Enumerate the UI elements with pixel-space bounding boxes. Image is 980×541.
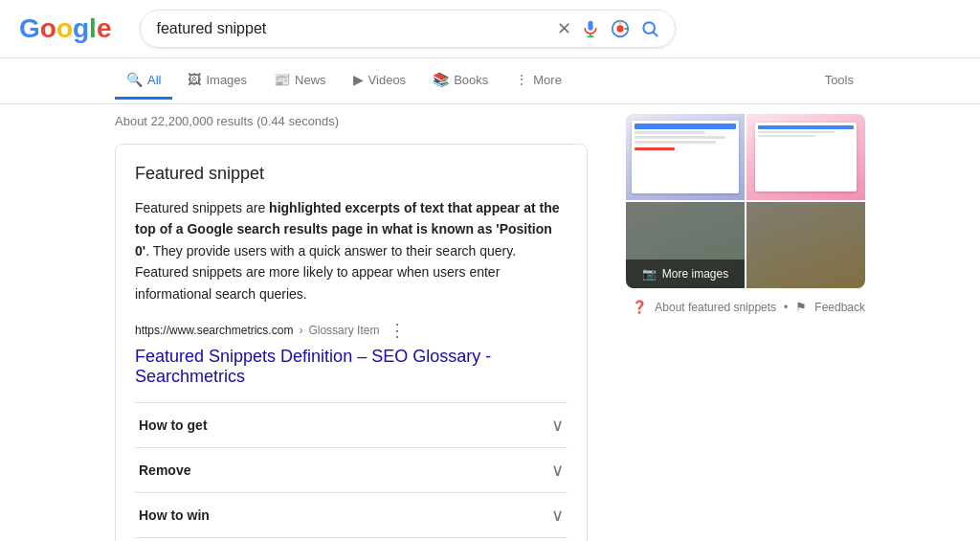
image-screen-mock-2 — [755, 123, 856, 192]
tab-images[interactable]: 🖼 Images — [176, 62, 258, 100]
source-url: https://www.searchmetrics.com — [135, 324, 293, 337]
featured-text-end: . They provide users with a quick answer… — [135, 243, 516, 302]
accordion-label-how-to-win: How to win — [139, 507, 210, 523]
image-mock-4 — [746, 202, 865, 288]
image-3[interactable]: 📷 More images — [626, 202, 745, 288]
chevron-down-icon: ∨ — [551, 415, 564, 436]
more-images-text: More images — [662, 267, 728, 281]
help-icon: ❓ — [632, 300, 647, 314]
images-wrapper: 📷 More images — [626, 114, 865, 288]
tab-videos[interactable]: ▶ Videos — [342, 62, 418, 100]
dot-separator: • — [784, 301, 788, 314]
feedback-area: ❓ About featured snippets • ⚑ Feedback — [626, 300, 865, 314]
accordion-label-how-to-get: How to get — [139, 417, 208, 433]
accordion-header-how-to-get[interactable]: How to get ∨ — [135, 403, 568, 447]
google-logo: Google — [19, 13, 111, 44]
results-info: About 22,200,000 results (0.44 seconds) — [115, 114, 588, 128]
featured-snippet-text: Featured snippets are highlighted excerp… — [135, 197, 568, 304]
top-images — [626, 114, 865, 200]
more-options-icon[interactable]: ⋮ — [389, 320, 406, 341]
header: Google featured snippet ✕ — [0, 0, 980, 58]
tools-label: Tools — [825, 73, 854, 87]
logo-text: Google — [19, 13, 111, 44]
search-icon — [640, 19, 659, 38]
tab-all-label: All — [147, 73, 161, 87]
microphone-button[interactable] — [581, 19, 600, 38]
close-icon: ✕ — [557, 18, 571, 39]
featured-snippet-title: Featured snippet — [135, 164, 568, 184]
mock-line — [635, 131, 705, 134]
svg-line-6 — [654, 33, 657, 36]
image-2[interactable] — [746, 114, 865, 200]
search-input[interactable]: featured snippet — [156, 20, 547, 37]
featured-snippet-box: Featured snippet Featured snippets are h… — [115, 144, 588, 541]
svg-point-4 — [617, 25, 624, 32]
accordion-header-how-to-win[interactable]: How to win ∨ — [135, 493, 568, 537]
search-bar: featured snippet ✕ — [140, 10, 676, 48]
search-button[interactable] — [640, 19, 659, 38]
tab-books-label: Books — [454, 73, 488, 87]
image-1[interactable] — [626, 114, 745, 200]
feedback-icon: ⚑ — [795, 300, 807, 314]
accordion-length: Length ∨ — [135, 537, 568, 541]
tab-videos-label: Videos — [368, 73, 407, 87]
mock-accent — [635, 147, 675, 150]
tab-all[interactable]: 🔍 All — [115, 62, 172, 100]
camera-icon: 📷 — [642, 267, 657, 281]
mock-header — [635, 124, 736, 129]
google-lens-icon — [610, 18, 631, 39]
chevron-down-icon: ∨ — [551, 505, 564, 526]
books-icon: 📚 — [433, 72, 449, 87]
image-mock-1 — [626, 114, 745, 200]
mock-header — [758, 125, 853, 129]
content-right: 📷 More images ❓ About featured snippets … — [626, 114, 865, 541]
tab-news-label: News — [295, 73, 326, 87]
videos-icon: ▶ — [353, 72, 364, 87]
source-separator: › — [299, 324, 302, 337]
feedback-link[interactable]: Feedback — [814, 301, 865, 314]
lens-button[interactable] — [610, 18, 631, 39]
mock-line — [635, 136, 725, 139]
search-bar-container: featured snippet ✕ — [140, 10, 676, 48]
image-screen-mock — [632, 121, 739, 194]
tab-more[interactable]: ⋮ More — [503, 62, 573, 100]
about-featured-snippets-link[interactable]: About featured snippets — [655, 301, 776, 314]
tab-news[interactable]: 📰 News — [262, 62, 338, 100]
tools-button[interactable]: Tools — [813, 63, 865, 100]
news-icon: 📰 — [274, 72, 290, 87]
images-icon: 🖼 — [188, 72, 201, 87]
result-link[interactable]: Featured Snippets Definition – SEO Gloss… — [135, 347, 568, 387]
accordion-remove: Remove ∨ — [135, 447, 568, 492]
clear-button[interactable]: ✕ — [557, 18, 571, 39]
more-icon: ⋮ — [515, 72, 528, 87]
all-icon: 🔍 — [126, 72, 143, 87]
more-images-overlay-label[interactable]: 📷 More images — [626, 259, 745, 288]
image-mock-2 — [746, 114, 865, 200]
image-4[interactable] — [746, 202, 865, 288]
tab-books[interactable]: 📚 Books — [421, 62, 500, 100]
accordion-label-remove: Remove — [139, 462, 190, 478]
mock-line — [758, 131, 835, 133]
accordion-how-to-win: How to win ∨ — [135, 492, 568, 537]
tab-images-label: Images — [206, 73, 247, 87]
nav-tabs: 🔍 All 🖼 Images 📰 News ▶ Videos 📚 Books ⋮… — [0, 58, 980, 104]
main-content: About 22,200,000 results (0.44 seconds) … — [0, 104, 980, 541]
source-breadcrumb: Glossary Item — [308, 324, 379, 337]
bottom-images: 📷 More images — [626, 202, 865, 288]
chevron-down-icon: ∨ — [551, 460, 564, 481]
featured-text-start: Featured snippets are — [135, 200, 269, 215]
mock-line — [635, 141, 715, 144]
svg-rect-0 — [589, 21, 593, 31]
search-icons: ✕ — [557, 18, 659, 39]
accordion-how-to-get: How to get ∨ — [135, 402, 568, 447]
microphone-icon — [581, 19, 600, 38]
mock-line — [758, 135, 815, 137]
tab-more-label: More — [533, 73, 562, 87]
accordion-header-remove[interactable]: Remove ∨ — [135, 448, 568, 492]
content-left: About 22,200,000 results (0.44 seconds) … — [115, 114, 588, 541]
source-link-row: https://www.searchmetrics.com › Glossary… — [135, 320, 568, 341]
